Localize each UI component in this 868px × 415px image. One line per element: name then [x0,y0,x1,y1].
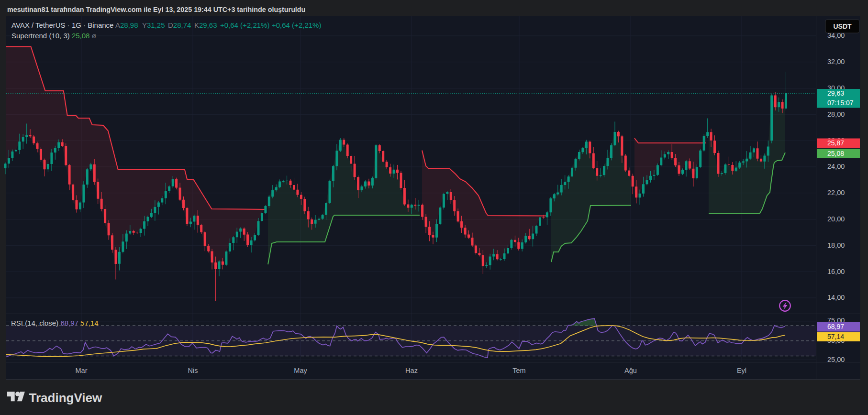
svg-text:mesutinan81 tarafından Trading: mesutinan81 tarafından TradingView.com i… [7,6,305,13]
svg-text:D28,74: D28,74 [168,21,191,29]
svg-text:14,00: 14,00 [827,294,845,301]
svg-text:22,00: 22,00 [827,189,845,197]
svg-text:Nis: Nis [188,367,198,374]
svg-text:K29,63: K29,63 [194,21,217,29]
svg-text:Ağu: Ağu [624,367,637,374]
svg-text:20,00: 20,00 [827,215,845,223]
svg-text:Haz: Haz [405,367,418,374]
svg-text:28,00: 28,00 [827,110,845,118]
svg-text:Mar: Mar [76,367,88,374]
svg-text:68,97: 68,97 [827,323,844,330]
svg-text:18,00: 18,00 [827,241,845,249]
svg-text:+0,64 (+2,21%): +0,64 (+2,21%) [220,21,269,29]
svg-text:Supertrend (10, 3) 25,08 ø: Supertrend (10, 3) 25,08 ø [11,32,96,40]
svg-text:16,00: 16,00 [827,268,845,275]
svg-text:25,87: 25,87 [827,139,844,147]
svg-text:Tem: Tem [512,367,525,374]
svg-text:AVAX / TetherUS · 1G · Binance: AVAX / TetherUS · 1G · Binance [11,21,113,29]
svg-text:USDT: USDT [833,22,852,30]
svg-text:07:15:07: 07:15:07 [827,99,854,107]
svg-text:25,08: 25,08 [827,150,844,157]
svg-text:29,63: 29,63 [827,89,844,97]
svg-text:+0,64 (+2,21%): +0,64 (+2,21%) [272,21,321,29]
svg-text:57,14: 57,14 [827,333,844,340]
svg-text:24,00: 24,00 [827,163,845,170]
svg-text:A28,98: A28,98 [115,21,138,29]
svg-text:TradingView: TradingView [29,391,102,405]
svg-text:25,00: 25,00 [827,356,845,363]
svg-text:Y31,25: Y31,25 [142,21,165,29]
svg-text:RSI (14, close) 68,97 57,14: RSI (14, close) 68,97 57,14 [11,319,99,327]
svg-text:Eyl: Eyl [737,367,746,374]
svg-text:May: May [294,367,307,374]
svg-text:32,00: 32,00 [827,58,845,66]
